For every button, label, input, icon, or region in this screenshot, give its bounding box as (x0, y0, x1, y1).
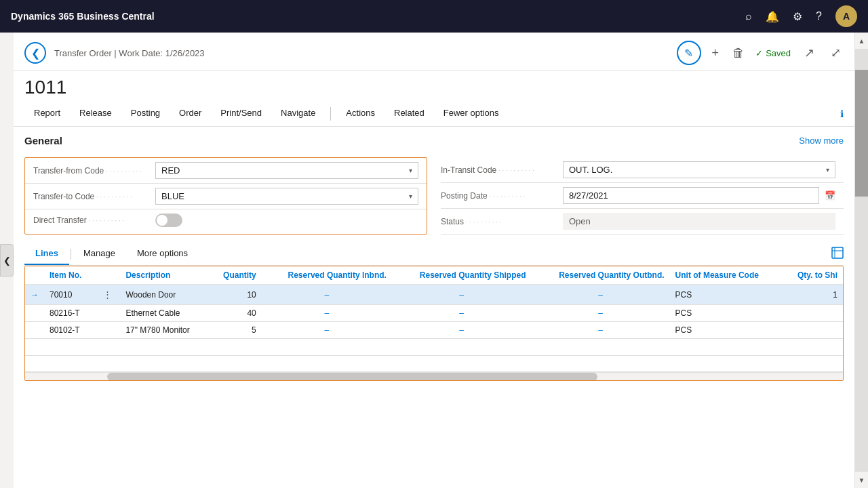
row-item-no[interactable]: 80216-T (44, 305, 95, 322)
row-description[interactable]: Wooden Door (120, 285, 209, 305)
tab-related[interactable]: Related (384, 101, 434, 126)
tab-manage[interactable]: Manage (73, 243, 126, 265)
in-transit-label: In-Transit Code (441, 165, 563, 175)
in-transit-dropdown[interactable]: OUT. LOG. ▾ (563, 161, 835, 178)
row-qty-to-ship[interactable] (783, 305, 844, 322)
transfer-from-value: RED ▾ (155, 162, 418, 179)
open-external-button[interactable]: ↗ (802, 43, 817, 63)
col-uom[interactable]: Unit of Measure Code (670, 266, 783, 285)
row-uom[interactable]: PCS (670, 322, 783, 339)
general-section: General Show more (14, 127, 854, 157)
expand-table-icon[interactable] (831, 247, 844, 261)
row-quantity[interactable]: 40 (210, 305, 262, 322)
row-qty-to-ship[interactable]: 1 (783, 285, 844, 305)
transfer-to-value: BLUE ▾ (155, 188, 418, 205)
transfer-from-row: Transfer-from Code RED ▾ (25, 158, 427, 184)
row-quantity[interactable]: 10 (210, 285, 262, 305)
delete-button[interactable]: 🗑 (730, 43, 747, 63)
row-res-shipped[interactable]: – (392, 305, 532, 322)
checkmark-icon: ✓ (755, 48, 763, 58)
collapse-expand-button[interactable]: ⤢ (828, 43, 844, 63)
col-res-inbnd[interactable]: Reserved Quantity Inbnd. (262, 266, 392, 285)
row-res-outbnd[interactable]: – (532, 322, 670, 339)
row-res-outbnd[interactable]: – (532, 285, 670, 305)
row-uom[interactable]: PCS (670, 305, 783, 322)
add-button[interactable]: + (709, 43, 722, 63)
table-row[interactable]: → 70010 ⋮ Wooden Door 10 – – – PCS 1 (25, 285, 843, 305)
search-icon[interactable]: ⌕ (745, 10, 752, 22)
table-header-row: Item No. Description Quantity Reserved Q… (25, 266, 843, 285)
chevron-down-icon: ▾ (409, 167, 412, 174)
scroll-track (855, 49, 868, 472)
back-button[interactable]: ❮ (24, 42, 46, 64)
tab-report[interactable]: Report (24, 101, 70, 126)
notification-icon[interactable]: 🔔 (766, 10, 779, 23)
info-icon[interactable]: ℹ (840, 108, 844, 119)
saved-status: ✓ Saved (755, 48, 791, 58)
tab-navigate[interactable]: Navigate (271, 101, 325, 126)
right-fields-group: In-Transit Code OUT. LOG. ▾ Posting Date… (441, 157, 844, 235)
lines-table: Item No. Description Quantity Reserved Q… (25, 266, 843, 339)
col-res-outbnd[interactable]: Reserved Quantity Outbnd. (532, 266, 670, 285)
main-container: ❮ ❮ Transfer Order | Work Date: 1/26/202… (0, 33, 868, 488)
posting-date-input[interactable]: 8/27/2021 (563, 187, 819, 204)
settings-icon[interactable]: ⚙ (793, 10, 802, 23)
row-res-shipped[interactable]: – (392, 322, 532, 339)
horizontal-scrollbar[interactable] (25, 372, 843, 380)
table-row[interactable]: 80216-T Ethernet Cable 40 – – – PCS (25, 305, 843, 322)
collapse-button[interactable]: ❮ (0, 244, 14, 277)
row-item-no[interactable]: 70010 (44, 285, 95, 305)
row-quantity[interactable]: 5 (210, 322, 262, 339)
status-row: Status Open (441, 209, 844, 235)
lines-table-container: Item No. Description Quantity Reserved Q… (24, 266, 844, 381)
general-form-area: Transfer-from Code RED ▾ Transfer-to Cod… (14, 157, 854, 243)
col-arrow (25, 266, 44, 285)
tab-order[interactable]: Order (170, 101, 211, 126)
col-description[interactable]: Description (120, 266, 209, 285)
col-kebab (95, 266, 120, 285)
transfer-from-dropdown[interactable]: RED ▾ (155, 162, 418, 179)
tab-posting[interactable]: Posting (121, 101, 170, 126)
tab-print-send[interactable]: Print/Send (211, 101, 271, 126)
col-qty-to-ship[interactable]: Qty. to Shi (783, 266, 844, 285)
row-res-inbnd[interactable]: – (262, 285, 392, 305)
edit-button[interactable]: ✎ (677, 41, 701, 65)
posting-date-row: Posting Date 8/27/2021 📅 (441, 183, 844, 209)
col-res-shipped[interactable]: Reserved Quantity Shipped (392, 266, 532, 285)
transfer-to-dropdown[interactable]: BLUE ▾ (155, 188, 418, 205)
tab-fewer-options[interactable]: Fewer options (434, 101, 509, 126)
show-more-button[interactable]: Show more (799, 136, 844, 146)
tab-lines[interactable]: Lines (24, 243, 69, 265)
row-item-no[interactable]: 80102-T (44, 322, 95, 339)
row-kebab-button[interactable]: ⋮ (100, 288, 115, 301)
scroll-down-button[interactable]: ▼ (855, 472, 868, 488)
app-title: Dynamics 365 Business Central (11, 11, 745, 22)
col-quantity[interactable]: Quantity (210, 266, 262, 285)
row-description[interactable]: 17" M780 Monitor (120, 322, 209, 339)
scroll-thumb[interactable] (855, 70, 868, 197)
posting-date-label: Posting Date (441, 191, 563, 201)
row-res-inbnd[interactable]: – (262, 305, 392, 322)
posting-date-value: 8/27/2021 📅 (563, 187, 835, 204)
tab-release[interactable]: Release (70, 101, 121, 126)
top-bar: Dynamics 365 Business Central ⌕ 🔔 ⚙ ? A (0, 0, 868, 33)
chevron-down-icon: ▾ (826, 166, 829, 174)
scrollbar-thumb[interactable] (107, 373, 598, 381)
row-res-outbnd[interactable]: – (532, 305, 670, 322)
svg-rect-0 (832, 247, 843, 258)
table-row[interactable]: 80102-T 17" M780 Monitor 5 – – – PCS (25, 322, 843, 339)
tab-actions[interactable]: Actions (336, 101, 384, 126)
row-uom[interactable]: PCS (670, 285, 783, 305)
row-description[interactable]: Ethernet Cable (120, 305, 209, 322)
calendar-icon[interactable]: 📅 (825, 190, 835, 201)
tab-more-options[interactable]: More options (126, 243, 199, 265)
row-qty-to-ship[interactable] (783, 322, 844, 339)
scroll-up-button[interactable]: ▲ (855, 33, 868, 49)
row-res-shipped[interactable]: – (392, 285, 532, 305)
user-avatar[interactable]: A (835, 5, 857, 27)
direct-transfer-toggle[interactable] (155, 214, 182, 227)
row-res-inbnd[interactable]: – (262, 322, 392, 339)
right-scroll-panel: ▲ ▼ (854, 33, 868, 488)
help-icon[interactable]: ? (816, 10, 822, 22)
col-item-no[interactable]: Item No. (44, 266, 95, 285)
